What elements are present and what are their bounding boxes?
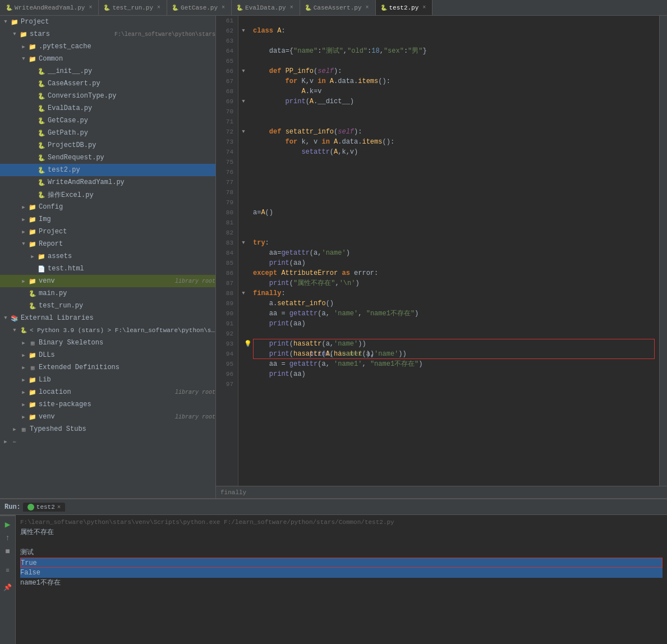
tree-item-venv-root[interactable]: 📁 venv library root xyxy=(0,275,215,287)
tree-item-sendreq[interactable]: 🐍 SendRequest.py xyxy=(0,151,215,164)
venv-folder-icon: 📁 xyxy=(28,277,37,286)
fold-arrow-ppinfo[interactable]: ▼ xyxy=(238,66,249,76)
run-pin-button[interactable]: 📌 xyxy=(2,581,14,594)
run-stop-button[interactable]: ■ xyxy=(2,545,14,558)
common-label: Common xyxy=(39,55,215,63)
line-94: print(hasattr(A, 'name1')) xyxy=(253,349,655,359)
line-93: print(hasattr(a,'name')) xyxy=(253,339,655,349)
tree-item-extdefs[interactable]: ▦ Extended Definitions xyxy=(0,361,215,374)
py-file-icon-t2: 🐍 xyxy=(37,165,46,174)
line-74: setattr(A,k,v) xyxy=(253,147,655,157)
arrow-sitepackages xyxy=(19,400,28,409)
run-scroll-button[interactable]: ≡ xyxy=(2,564,14,577)
tree-item-dlls[interactable]: 📁 DLLs xyxy=(0,349,215,361)
tab-test2[interactable]: 🐍 test2.py × xyxy=(376,0,433,16)
tree-item-scratches[interactable]: ✏️ xyxy=(0,435,215,448)
code-scroll-area[interactable]: 61 62 63 64 65 66 67 68 69 70 71 72 73 7… xyxy=(216,16,667,486)
fold-arrow-61[interactable] xyxy=(238,16,249,26)
tree-item-excel[interactable]: 🐍 操作Excel.py xyxy=(0,188,215,201)
tree-item-testhtml[interactable]: 📄 test.html xyxy=(0,263,215,275)
tree-item-init[interactable]: 🐍 __init__.py xyxy=(0,65,215,77)
arrow-project xyxy=(1,17,10,26)
arrow-lib xyxy=(19,375,28,384)
tree-item-getpath[interactable]: 🐍 GetPath.py xyxy=(0,127,215,139)
py-icon: 🐍 xyxy=(236,4,243,11)
arrow-dlls xyxy=(19,351,28,360)
run-left-toolbar: ▶ ↑ ■ ≡ 📌 xyxy=(0,515,16,644)
tree-item-lib[interactable]: 📁 Lib xyxy=(0,374,215,386)
tree-item-extlibs[interactable]: 📚 External Libraries xyxy=(0,312,215,324)
library-root-badge-venv2: library root xyxy=(175,414,215,420)
code-lines: class A: data={"name":"测试","old":18,"sex… xyxy=(249,16,659,486)
arrow-pytest-cache xyxy=(19,42,28,51)
library-root-badge-venv: library root xyxy=(175,278,215,284)
tree-item-assets[interactable]: 📁 assets xyxy=(0,250,215,263)
tree-item-projectdb[interactable]: 🐍 ProjectDB.py xyxy=(0,139,215,151)
tree-item-test2[interactable]: 🐍 test2.py xyxy=(0,164,215,176)
py-file-icon-ct: 🐍 xyxy=(37,91,46,100)
tab-test-run[interactable]: 🐍 test_run.py × xyxy=(99,0,167,16)
folder-icon-dlls: 📁 xyxy=(28,351,37,360)
line-75 xyxy=(253,157,655,167)
arrow-img xyxy=(19,215,28,224)
tab-close-2[interactable]: × xyxy=(220,4,227,11)
tree-item-writereadyaml[interactable]: 🐍 WriteAndReadYaml.py xyxy=(0,176,215,188)
line-83: try: xyxy=(253,238,655,248)
folder-icon-venv2: 📁 xyxy=(28,412,37,421)
tree-item-proj[interactable]: 📁 Project xyxy=(0,226,215,238)
tree-item-project[interactable]: 📁 Project xyxy=(0,16,215,28)
run-tab-test2[interactable]: test2 × xyxy=(23,503,66,512)
tree-item-typeshed[interactable]: ▦ Typeshed Stubs xyxy=(0,423,215,435)
console-cmd-line: F:\learn_software\python\stars\venv\Scri… xyxy=(20,517,663,527)
tree-item-location[interactable]: 📁 location library root xyxy=(0,386,215,398)
arrow-assets xyxy=(28,252,37,261)
tree-item-binaryskel[interactable]: ▦ Binary Skeletons xyxy=(0,337,215,349)
folder-icon-assets: 📁 xyxy=(37,252,46,261)
py-file-icon-pdb: 🐍 xyxy=(37,141,46,150)
line-63 xyxy=(253,36,655,46)
python-icon: 🐍 xyxy=(19,326,28,335)
run-rerun-button[interactable]: ↑ xyxy=(2,532,14,544)
tree-item-convtype[interactable]: 🐍 ConversionType.py xyxy=(0,90,215,102)
tab-caseassert[interactable]: 🐍 CaseAssert.py × xyxy=(300,0,376,16)
tree-item-mainpy[interactable]: 🐍 main.py xyxy=(0,287,215,300)
run-tab-close[interactable]: × xyxy=(57,504,61,510)
py-icon: 🐍 xyxy=(172,4,178,11)
line-72: def setattr_info(self): xyxy=(253,127,655,137)
tree-item-evaldata[interactable]: 🐍 EvalData.py xyxy=(0,102,215,114)
tab-close-1[interactable]: × xyxy=(155,4,162,11)
fold-arrow-class[interactable]: ▼ xyxy=(238,26,249,36)
tree-item-testrunpy[interactable]: 🐍 test_run.py xyxy=(0,300,215,312)
tab-evaldata[interactable]: 🐍 EvalData.py × xyxy=(232,0,300,16)
console-name1-line: name1不存在 xyxy=(20,578,663,588)
run-play-button[interactable]: ▶ xyxy=(2,518,14,531)
console-true-line[interactable]: True xyxy=(20,558,663,568)
arrow-common xyxy=(19,54,28,63)
arrow-venv2 xyxy=(19,412,28,421)
tree-item-python39[interactable]: 🐍 < Python 3.9 (stars) > F:\learn_softwa… xyxy=(0,324,215,337)
folder-icon-lib: 📁 xyxy=(28,375,37,384)
tree-item-common[interactable]: 📁 Common xyxy=(0,53,215,65)
console-test-val: 测试 xyxy=(20,548,663,558)
tree-item-venv2[interactable]: 📁 venv library root xyxy=(0,411,215,423)
folder-icon-sitepackages: 📁 xyxy=(28,400,37,409)
tree-item-sitepackages[interactable]: 📁 site-packages xyxy=(0,398,215,411)
tree-item-img[interactable]: 📁 Img xyxy=(0,213,215,226)
editor-scroll-gutter xyxy=(659,16,667,486)
tab-close-5[interactable]: × xyxy=(421,4,427,11)
tab-getcase[interactable]: 🐍 GetCase.py × xyxy=(167,0,232,16)
line-79 xyxy=(253,197,655,208)
tree-item-report[interactable]: 📁 Report xyxy=(0,238,215,250)
tree-item-getcase[interactable]: 🐍 GetCase.py xyxy=(0,114,215,127)
tab-write-yaml[interactable]: 🐍 WriteAndReadYaml.py × xyxy=(1,0,99,16)
tree-item-pytest-cache[interactable]: 📁 .pytest_cache xyxy=(0,40,215,53)
tab-close-3[interactable]: × xyxy=(288,4,295,11)
tab-close-4[interactable]: × xyxy=(364,4,371,11)
tree-item-caseassert[interactable]: 🐍 CaseAssert.py xyxy=(0,77,215,90)
py-file-icon-sr: 🐍 xyxy=(37,153,46,162)
tree-item-config[interactable]: 📁 Config xyxy=(0,201,215,213)
extdefs-label: Extended Definitions xyxy=(39,364,215,371)
console-false-line[interactable]: False xyxy=(20,568,663,578)
tree-item-stars[interactable]: 📁 stars F:\learn_software\python\stars xyxy=(0,28,215,40)
tab-close-0[interactable]: × xyxy=(87,4,94,11)
